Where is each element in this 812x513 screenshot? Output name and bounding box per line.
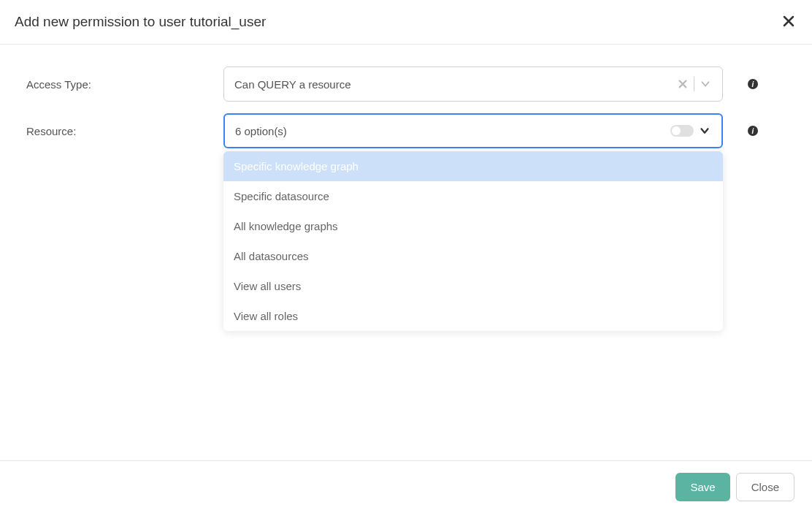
chevron-down-icon[interactable] <box>699 77 712 91</box>
modal-body: Access Type: Can QUERY a resource <box>0 45 812 182</box>
resource-placeholder: 6 option(s) <box>235 125 670 137</box>
clear-icon[interactable] <box>676 77 689 91</box>
access-type-select-container: Can QUERY a resource <box>223 66 723 102</box>
save-button[interactable]: Save <box>675 473 729 501</box>
modal-header: Add new permission to user tutorial_user <box>0 0 812 45</box>
dropdown-option[interactable]: All knowledge graphs <box>223 211 723 241</box>
info-icon[interactable]: i <box>748 79 758 89</box>
modal-title: Add new permission to user tutorial_user <box>15 14 266 30</box>
resource-select[interactable]: 6 option(s) <box>223 113 723 148</box>
dropdown-option[interactable]: Specific knowledge graph <box>223 151 723 181</box>
chevron-down-icon[interactable] <box>698 124 711 137</box>
close-icon[interactable] <box>780 12 797 32</box>
dropdown-option[interactable]: All datasources <box>223 241 723 271</box>
toggle-knob <box>672 126 681 135</box>
access-type-value: Can QUERY a resource <box>234 78 676 91</box>
resource-label: Resource: <box>26 125 223 137</box>
resource-controls <box>670 124 711 137</box>
resource-dropdown-menu: Specific knowledge graph Specific dataso… <box>223 151 723 331</box>
dropdown-option[interactable]: View all roles <box>223 301 723 331</box>
dropdown-option[interactable]: Specific datasource <box>223 181 723 211</box>
access-type-controls <box>676 77 712 91</box>
close-button[interactable]: Close <box>736 473 794 501</box>
info-icon[interactable]: i <box>748 126 758 136</box>
dropdown-option[interactable]: View all users <box>223 271 723 301</box>
form-row-access-type: Access Type: Can QUERY a resource <box>26 66 786 102</box>
access-type-select[interactable]: Can QUERY a resource <box>223 66 723 102</box>
modal-footer: Save Close <box>0 460 812 513</box>
resource-select-container: 6 option(s) Specific knowledge graph Spe… <box>223 113 723 148</box>
access-type-label: Access Type: <box>26 78 223 91</box>
toggle-switch[interactable] <box>670 125 694 137</box>
divider <box>694 77 694 91</box>
form-row-resource: Resource: 6 option(s) Specific know <box>26 113 786 148</box>
